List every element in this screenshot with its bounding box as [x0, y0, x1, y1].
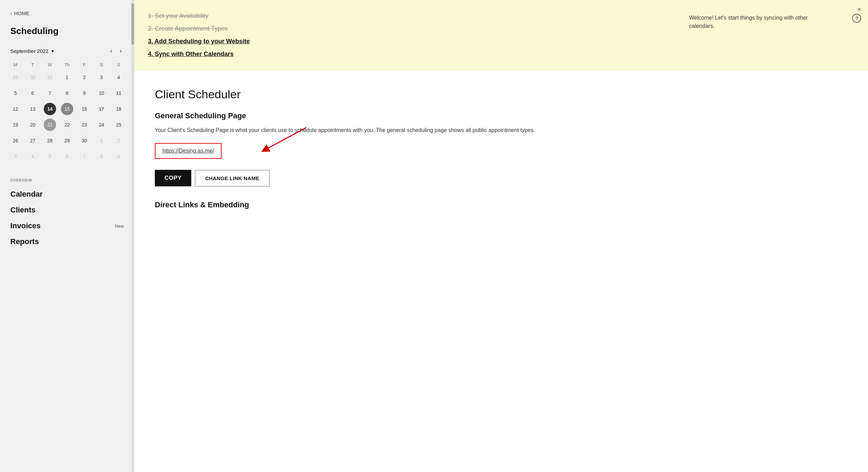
calendar-day[interactable]: 19 — [7, 117, 24, 133]
weekday-header: Th — [58, 60, 76, 69]
sidebar-nav-item[interactable]: Calendar — [10, 186, 124, 202]
url-action-buttons: COPY CHANGE LINK NAME — [155, 170, 847, 187]
banner-item-3[interactable]: 3. Add Scheduling to your Website — [148, 35, 854, 48]
calendar-day[interactable]: 12 — [7, 101, 24, 117]
calendar-day[interactable]: 7 — [76, 149, 93, 164]
calendar-day[interactable]: 6 — [58, 149, 76, 164]
sidebar-title: Scheduling — [0, 20, 134, 43]
general-scheduling-title: General Scheduling Page — [155, 111, 847, 120]
month-text: September 2022 — [10, 48, 49, 54]
calendar-day[interactable]: 2 — [110, 133, 127, 149]
calendar-day[interactable]: 5 — [41, 149, 58, 164]
calendar-day[interactable]: 30 — [76, 133, 93, 149]
calendar-day[interactable]: 20 — [24, 117, 41, 133]
onboarding-banner: × ? Welcome! Let's start things by synci… — [134, 0, 868, 70]
calendar-day[interactable]: 9 — [76, 85, 93, 101]
calendar-header: September 2022 ▼ ‹ › — [7, 43, 127, 60]
sidebar-nav-item[interactable]: InvoicesNew — [10, 218, 124, 234]
calendar-day[interactable]: 6 — [24, 85, 41, 101]
calendar-day[interactable]: 27 — [24, 133, 41, 149]
calendar-day[interactable]: 14 — [41, 101, 58, 117]
sidebar: ‹ HOME Scheduling September 2022 ▼ ‹ › M… — [0, 0, 134, 472]
calendar-day[interactable]: 1 — [93, 133, 110, 149]
calendar-day[interactable]: 16 — [76, 101, 93, 117]
calendar-grid: MTWThFSS 2930311234567891011121314151617… — [7, 60, 127, 164]
next-month-button[interactable]: › — [118, 47, 124, 55]
scrollbar-track[interactable] — [131, 0, 134, 472]
nav-item-badge: New — [115, 223, 124, 229]
weekday-header: S — [93, 60, 110, 69]
calendar-month-label[interactable]: September 2022 ▼ — [10, 48, 55, 54]
calendar-day[interactable]: 10 — [93, 85, 110, 101]
direct-links-title: Direct Links & Embedding — [155, 200, 847, 209]
calendar-day[interactable]: 23 — [76, 117, 93, 133]
page-title: Client Scheduler — [155, 88, 847, 101]
calendar-day[interactable]: 13 — [24, 101, 41, 117]
calendar-day[interactable]: 7 — [41, 85, 58, 101]
banner-item-4[interactable]: 4. Sync with Other Calendars — [148, 48, 854, 61]
weekday-header: T — [24, 60, 41, 69]
calendar-day[interactable]: 30 — [24, 69, 41, 85]
calendar-day[interactable]: 3 — [93, 69, 110, 85]
chevron-left-icon: ‹ — [10, 11, 12, 16]
main-body: Client Scheduler General Scheduling Page… — [134, 70, 868, 227]
calendar-day[interactable]: 21 — [41, 117, 58, 133]
calendar-day[interactable]: 1 — [58, 69, 76, 85]
calendar-day[interactable]: 2 — [76, 69, 93, 85]
calendar-day[interactable]: 25 — [110, 117, 127, 133]
overview-label: OVERVIEW — [10, 178, 124, 182]
nav-item-label: Invoices — [10, 221, 41, 230]
weekday-header: F — [76, 60, 93, 69]
calendar-day[interactable]: 18 — [110, 101, 127, 117]
calendar-day[interactable]: 5 — [7, 85, 24, 101]
calendar-day[interactable]: 29 — [58, 133, 76, 149]
calendar-day[interactable]: 8 — [93, 149, 110, 164]
calendar-day[interactable]: 9 — [110, 149, 127, 164]
nav-item-label: Reports — [10, 237, 39, 246]
weekday-header: M — [7, 60, 24, 69]
calendar-day[interactable]: 3 — [7, 149, 24, 164]
help-button[interactable]: ? — [852, 14, 861, 23]
weekday-header: W — [41, 60, 58, 69]
calendar-day[interactable]: 28 — [41, 133, 58, 149]
prev-month-button[interactable]: ‹ — [108, 47, 114, 55]
main-content: × ? Welcome! Let's start things by synci… — [134, 0, 868, 472]
calendar-section: September 2022 ▼ ‹ › MTWThFSS 2930311234… — [0, 43, 134, 171]
scheduling-url-link[interactable]: https://Desing.as.me/ — [162, 148, 214, 154]
general-scheduling-description: Your Client's Scheduling Page is what yo… — [155, 126, 847, 135]
dropdown-icon: ▼ — [51, 49, 55, 54]
back-button[interactable]: ‹ HOME — [0, 7, 134, 20]
calendar-day[interactable]: 26 — [7, 133, 24, 149]
back-label: HOME — [14, 10, 30, 16]
calendar-day[interactable]: 4 — [24, 149, 41, 164]
calendar-day[interactable]: 8 — [58, 85, 76, 101]
calendar-day[interactable]: 22 — [58, 117, 76, 133]
banner-description: Welcome! Let's start things by syncing w… — [689, 14, 827, 30]
calendar-day[interactable]: 15 — [58, 101, 76, 117]
calendar-day[interactable]: 4 — [110, 69, 127, 85]
calendar-day[interactable]: 24 — [93, 117, 110, 133]
copy-button[interactable]: COPY — [155, 170, 191, 186]
calendar-day[interactable]: 29 — [7, 69, 24, 85]
url-box: https://Desing.as.me/ — [155, 143, 222, 159]
nav-item-label: Clients — [10, 206, 35, 215]
calendar-day[interactable]: 31 — [41, 69, 58, 85]
calendar-nav: ‹ › — [108, 47, 124, 55]
close-banner-button[interactable]: × — [857, 6, 861, 13]
sidebar-nav-item[interactable]: Reports — [10, 234, 124, 250]
nav-item-label: Calendar — [10, 190, 43, 199]
calendar-day[interactable]: 17 — [93, 101, 110, 117]
overview-section: OVERVIEW CalendarClientsInvoicesNewRepor… — [0, 171, 134, 250]
change-link-button[interactable]: CHANGE LINK NAME — [195, 170, 269, 187]
scrollbar-thumb[interactable] — [131, 3, 134, 45]
calendar-day[interactable]: 11 — [110, 85, 127, 101]
weekday-header: S — [110, 60, 127, 69]
sidebar-nav-item[interactable]: Clients — [10, 202, 124, 218]
